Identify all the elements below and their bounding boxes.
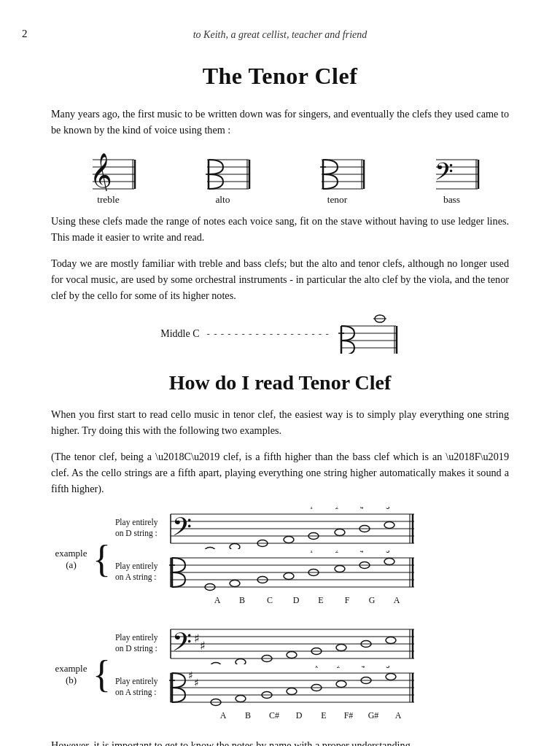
a-string-staff-b: ♯ ♯ x 2 4 3̊: [169, 666, 417, 708]
d-string-label-a: Play entirely on D string :: [115, 517, 165, 539]
alto-clef-svg: [194, 151, 252, 191]
final-text: However, it is important to get to know …: [51, 737, 509, 746]
svg-text:A: A: [214, 595, 221, 605]
svg-point-82: [335, 566, 345, 572]
body-text-3: Today we are mostly familiar with treble…: [51, 255, 509, 303]
example-b-block: example(b) { Play entirely on D string :…: [51, 622, 509, 727]
svg-text:A: A: [395, 710, 402, 720]
tenor-clef-svg: [308, 151, 367, 191]
note-labels-svg-a: A B C D E F G A: [176, 593, 424, 606]
treble-label: treble: [97, 194, 120, 206]
body-text-2: Using these clefs made the range of note…: [51, 213, 509, 245]
svg-text:F: F: [345, 595, 350, 605]
a-string-row-a: Play entirely on A string :: [115, 551, 509, 593]
svg-text:B: B: [239, 595, 245, 605]
svg-point-134: [336, 681, 346, 688]
example-b-brace: {: [93, 656, 111, 693]
svg-text:1: 1: [310, 507, 314, 510]
example-a-brace: {: [93, 540, 111, 578]
middle-c-section: Middle C - - - - - - - - - - - - - - - -…: [51, 314, 509, 354]
example-b-label: example(b): [51, 663, 91, 686]
svg-text:𝄢: 𝄢: [172, 629, 192, 662]
dedication: to Keith, a great cellist, teacher and f…: [51, 29, 509, 41]
d-string-row-a: Play entirely on D string : 𝄢: [115, 507, 509, 549]
svg-text:D: D: [296, 710, 303, 720]
svg-text:𝄞: 𝄞: [90, 153, 112, 191]
a-string-label-b: Play entirely on A string :: [115, 676, 165, 698]
svg-text:𝄢: 𝄢: [172, 513, 192, 547]
d-string-staff-a: 𝄢: [169, 507, 417, 549]
svg-text:C: C: [267, 595, 273, 605]
svg-text:2: 2: [335, 507, 339, 510]
treble-clef-item: 𝄞 treble: [79, 151, 138, 206]
bass-clef-item: 𝄢 bass: [423, 151, 481, 206]
svg-point-62: [384, 522, 394, 529]
svg-text:♯: ♯: [200, 640, 206, 652]
svg-text:A: A: [394, 595, 400, 605]
svg-text:4: 4: [360, 507, 364, 510]
example-b-staves: Play entirely on D string : 𝄢 ♯ ♯: [115, 622, 509, 727]
example-a-label: example(a): [51, 548, 91, 571]
svg-point-130: [236, 696, 246, 702]
tenor-label: tenor: [327, 194, 348, 206]
svg-text:4: 4: [360, 551, 364, 554]
svg-text:A: A: [220, 710, 227, 720]
alto-clef-item: alto: [194, 151, 252, 206]
main-title: The Tenor Clef: [51, 63, 509, 90]
d-string-staff-b: 𝄢 ♯ ♯: [169, 622, 417, 664]
clef-row: 𝄞 treble alto: [51, 151, 509, 206]
a-string-label-a: Play entirely on A string :: [115, 561, 165, 583]
a-string-staff-a: 1 2 4 3̊: [169, 551, 417, 593]
svg-text:E: E: [318, 595, 323, 605]
example-a-block: example(a) { Play entirely on D string :…: [51, 507, 509, 612]
intro-text-1: Many years ago, the first music to be wr…: [51, 106, 509, 138]
note-labels-svg-b: A B C# D E F# G# A: [176, 708, 424, 721]
svg-point-60: [335, 529, 345, 536]
svg-text:C#: C#: [269, 710, 279, 720]
middle-c-label: Middle C: [160, 328, 199, 340]
page-number: 2: [22, 28, 28, 40]
svg-point-132: [287, 688, 297, 695]
note-labels-a: A B C D E F G A: [115, 593, 509, 606]
svg-text:♯: ♯: [194, 677, 199, 688]
svg-point-78: [230, 580, 240, 587]
svg-point-56: [230, 544, 240, 550]
middle-c-staff: [334, 314, 400, 354]
svg-text:1: 1: [310, 551, 314, 554]
svg-text:F#: F#: [344, 710, 354, 720]
svg-point-136: [386, 674, 396, 680]
example-a-staves: Play entirely on D string : 𝄢: [115, 507, 509, 612]
svg-text:D: D: [293, 595, 300, 605]
svg-text:3̊: 3̊: [386, 507, 390, 510]
bass-clef-svg: 𝄢: [423, 151, 481, 191]
svg-text:𝄢: 𝄢: [435, 158, 454, 191]
svg-text:B: B: [245, 710, 251, 720]
svg-point-84: [384, 559, 394, 565]
svg-point-58: [284, 537, 294, 543]
d-string-row-b: Play entirely on D string : 𝄢 ♯ ♯: [115, 622, 509, 664]
svg-text:G: G: [369, 595, 376, 605]
svg-text:4: 4: [362, 666, 365, 669]
svg-text:3̊: 3̊: [386, 551, 390, 554]
middle-c-dashes: - - - - - - - - - - - - - - - - - -: [207, 328, 330, 340]
note-labels-b: A B C# D E F# G# A: [115, 708, 509, 721]
svg-text:E: E: [321, 710, 326, 720]
section2-text2: (The tenor clef, being a \u2018C\u2019 c…: [51, 448, 509, 497]
svg-text:3̊: 3̊: [386, 666, 390, 669]
a-string-row-b: Play entirely on A string : ♯ ♯: [115, 666, 509, 708]
svg-point-112: [287, 652, 297, 658]
svg-point-114: [336, 645, 346, 651]
svg-text:♯: ♯: [194, 632, 200, 645]
svg-text:x: x: [315, 666, 319, 669]
svg-point-110: [236, 659, 246, 665]
d-string-label-b: Play entirely on D string :: [115, 632, 165, 654]
svg-text:♯: ♯: [188, 670, 193, 681]
svg-point-80: [284, 573, 294, 580]
bass-label: bass: [443, 194, 460, 206]
svg-point-55: [205, 548, 215, 550]
tenor-clef-item: tenor: [308, 151, 367, 206]
alto-label: alto: [215, 194, 230, 206]
svg-text:2: 2: [337, 666, 341, 669]
section2-text1: When you first start to read cello music…: [51, 406, 509, 438]
svg-text:G#: G#: [368, 710, 379, 720]
